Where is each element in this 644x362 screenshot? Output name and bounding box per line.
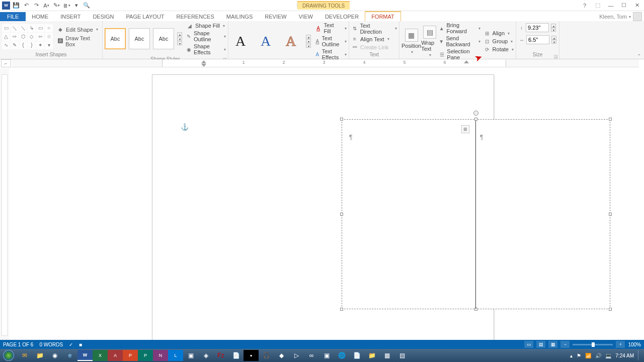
- draw-text-box-button[interactable]: 🅰Draw Text Box: [56, 35, 100, 48]
- minimize-icon[interactable]: —: [606, 2, 616, 10]
- shape-rect-icon[interactable]: ▭: [36, 24, 44, 32]
- height-down-icon[interactable]: ▾: [551, 28, 556, 32]
- taskbar-notepad-icon[interactable]: 📄: [228, 350, 244, 361]
- send-backward-button[interactable]: ▼Send Backward▾: [439, 35, 480, 47]
- redo-icon[interactable]: ↷: [32, 2, 40, 10]
- width-down-icon[interactable]: ▾: [551, 40, 556, 44]
- taskbar-cmd-icon[interactable]: ▪: [244, 350, 259, 361]
- handle-bottom-left[interactable]: [340, 308, 343, 311]
- shape-style-1[interactable]: Abc: [105, 28, 126, 49]
- qat-font-icon[interactable]: A▾: [42, 2, 50, 10]
- gallery-more-icon[interactable]: ▾: [177, 41, 182, 45]
- taskbar-app8-icon[interactable]: ▤: [394, 350, 410, 361]
- shape-effects-button[interactable]: ◉Shape Effects▾: [186, 43, 226, 55]
- taskbar-publisher-icon[interactable]: P: [138, 350, 153, 361]
- handle-bottom-middle[interactable]: [474, 308, 477, 311]
- clock[interactable]: 7:24 AM: [615, 353, 634, 358]
- shapes-gallery[interactable]: ▭ ＼ ＼ ↳ ▭ ○ △ ⇨ ⬡ ◇ ⇦ ☆ ∿ ✎ { } ✦ ▾: [2, 24, 53, 49]
- tray-network-icon[interactable]: 💻: [605, 353, 611, 358]
- wordart-style-3[interactable]: A: [281, 31, 301, 51]
- taskbar-lync-icon[interactable]: L: [168, 350, 183, 361]
- group-button[interactable]: ⊡Group▾: [484, 38, 514, 45]
- taskbar-app6-icon[interactable]: ▣: [319, 350, 334, 361]
- handle-top-left[interactable]: [340, 118, 343, 121]
- zoom-slider[interactable]: [573, 344, 613, 345]
- wa-gallery-up-icon[interactable]: ▴: [306, 35, 311, 39]
- shape-style-2[interactable]: Abc: [129, 28, 150, 49]
- wordart-style-2[interactable]: A: [256, 31, 276, 51]
- taskbar-doc-icon[interactable]: 📄: [349, 350, 364, 361]
- qat-doc-icon[interactable]: 🗎▾: [62, 2, 70, 10]
- taskbar-app2-icon[interactable]: ◈: [198, 350, 213, 361]
- handle-middle-left[interactable]: [340, 213, 343, 216]
- first-line-indent-marker[interactable]: [201, 64, 206, 67]
- position-button[interactable]: ▦ Position ▾: [401, 29, 421, 54]
- tray-show-icon[interactable]: ▴: [570, 353, 573, 358]
- shape-fill-button[interactable]: ◢Shape Fill▾: [186, 22, 226, 29]
- qat-edit-icon[interactable]: ✎▾: [52, 2, 60, 10]
- selection-pane-button[interactable]: ☰Selection Pane: [439, 48, 480, 60]
- tab-design[interactable]: DESIGN: [87, 12, 120, 21]
- taskbar-app3-icon[interactable]: ◆: [274, 350, 289, 361]
- taskbar-globe-icon[interactable]: 🌐: [334, 350, 349, 361]
- tab-file[interactable]: FILE: [0, 12, 26, 21]
- taskbar-app5-icon[interactable]: ∞: [304, 350, 319, 361]
- taskbar-outlook-icon[interactable]: ✉: [17, 350, 32, 361]
- bring-forward-button[interactable]: ▲Bring Forward▾: [439, 22, 480, 34]
- shape-more-icon[interactable]: ▾: [45, 41, 53, 49]
- qat-print-preview-icon[interactable]: 🔍: [83, 2, 91, 10]
- shape-star2-icon[interactable]: ✦: [36, 41, 44, 49]
- taskbar-folder-icon[interactable]: 📁: [364, 350, 379, 361]
- text-fill-button[interactable]: AText Fill▾: [315, 22, 347, 34]
- handle-top-middle[interactable]: [474, 118, 477, 121]
- taskbar-app7-icon[interactable]: ▦: [379, 350, 394, 361]
- gallery-up-icon[interactable]: ▴: [177, 32, 182, 36]
- page[interactable]: ¶ ¶ ⚓ ⊞: [152, 74, 494, 346]
- zoom-out-icon[interactable]: −: [560, 341, 570, 348]
- width-input[interactable]: [526, 35, 549, 44]
- tab-page-layout[interactable]: PAGE LAYOUT: [120, 12, 171, 21]
- handle-middle-right[interactable]: [609, 213, 612, 216]
- wordart-gallery[interactable]: A A A ▴ ▾ ▾: [230, 31, 311, 51]
- maximize-icon[interactable]: ☐: [619, 2, 629, 10]
- shape-triangle-icon[interactable]: △: [2, 33, 10, 41]
- taskbar-headphones-icon[interactable]: 🎧: [259, 350, 274, 361]
- layout-options-button[interactable]: ⊞: [461, 125, 469, 133]
- status-proofing-icon[interactable]: ✓: [69, 342, 73, 347]
- read-mode-icon[interactable]: ▭: [524, 341, 533, 348]
- taskbar-powerpoint-icon[interactable]: P: [123, 350, 138, 361]
- tab-review[interactable]: REVIEW: [259, 12, 292, 21]
- taskbar-word-icon[interactable]: W: [77, 350, 93, 361]
- height-input[interactable]: [526, 23, 549, 32]
- close-icon[interactable]: ✕: [632, 2, 642, 10]
- shape-brace2-icon[interactable]: }: [28, 41, 36, 49]
- ribbon-display-icon[interactable]: ⬚: [593, 2, 603, 10]
- taskbar-explorer-icon[interactable]: 📁: [32, 350, 47, 361]
- tab-stop-selector[interactable]: ⌐: [1, 59, 11, 67]
- zoom-in-icon[interactable]: +: [616, 341, 625, 348]
- taskbar-ie-icon[interactable]: e: [62, 350, 77, 361]
- wordart-style-1[interactable]: A: [230, 31, 251, 51]
- status-macro-icon[interactable]: ■: [79, 342, 82, 347]
- handle-bottom-right[interactable]: [609, 308, 612, 311]
- handle-top-right[interactable]: [609, 118, 612, 121]
- qat-more-icon[interactable]: ▾: [72, 2, 80, 10]
- text-effects-button[interactable]: AText Effects▾: [315, 48, 347, 60]
- horizontal-ruler[interactable]: 1 2 3 4 5 6: [12, 59, 639, 67]
- width-up-icon[interactable]: ▴: [551, 36, 556, 40]
- taskbar-chrome-icon[interactable]: ◉: [47, 350, 62, 361]
- shape-curve-icon[interactable]: ∿: [2, 41, 10, 49]
- help-icon[interactable]: ?: [580, 2, 590, 10]
- shape-line-icon[interactable]: ＼: [11, 24, 19, 32]
- web-layout-icon[interactable]: ▦: [548, 341, 557, 348]
- shape-arrow-icon[interactable]: ⇨: [11, 33, 19, 41]
- tray-signal-icon[interactable]: 📶: [585, 353, 591, 358]
- gallery-down-icon[interactable]: ▾: [177, 37, 182, 41]
- align-text-button[interactable]: ≡Align Text▾: [351, 36, 397, 43]
- align-button[interactable]: ⊞Align▾: [484, 30, 514, 37]
- vertical-ruler[interactable]: [0, 68, 9, 346]
- tray-volume-icon[interactable]: 🔊: [595, 353, 601, 358]
- shape-hex-icon[interactable]: ⬡: [19, 33, 27, 41]
- right-indent-marker[interactable]: [464, 60, 469, 63]
- tray-flag-icon[interactable]: ⚑: [577, 353, 581, 358]
